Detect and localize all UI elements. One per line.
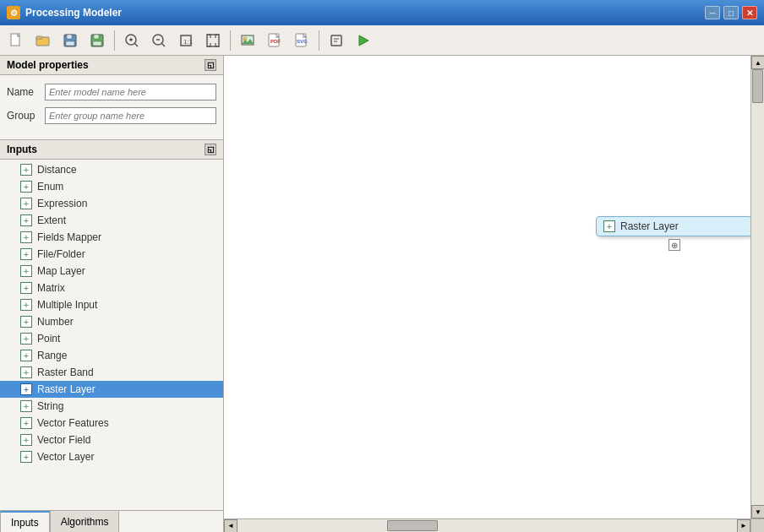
zoom-fit-button[interactable] [200,29,226,52]
input-item-expression[interactable]: +Expression [0,195,223,212]
run-button[interactable] [351,29,376,52]
input-item-point[interactable]: +Point [0,330,223,347]
raster-node-plus-icon: + [603,220,615,232]
plus-icon: + [20,164,32,176]
input-item-file-folder[interactable]: +File/Folder [0,246,223,263]
plus-icon: + [20,282,32,294]
plus-icon: + [20,383,32,395]
input-item-multiple-input[interactable]: +Multiple Input [0,296,223,313]
edit-button[interactable] [324,29,349,52]
scroll-right-arrow[interactable]: ► [737,519,750,533]
raster-layer-node[interactable]: + Raster Layer ⊕ [596,216,752,236]
scroll-v-track[interactable] [751,69,764,505]
minimize-button[interactable]: ─ [705,6,720,19]
svg-text:PDF: PDF [270,39,281,44]
save-button[interactable] [57,29,83,52]
model-properties-title: Model properties [7,59,89,71]
main-container: Model properties ◱ Name Group Inputs ◱ [0,56,764,532]
scroll-h-track[interactable] [237,519,737,532]
input-item-label: Point [37,333,60,345]
scroll-v-thumb[interactable] [752,69,763,103]
input-item-vector-field[interactable]: +Vector Field [0,432,223,448]
export-svg-button[interactable]: SVG [289,29,314,52]
zoom-out-button[interactable] [146,29,172,52]
export-pdf-button[interactable]: PDF [262,29,287,52]
input-item-vector-layer[interactable]: +Vector Layer [0,448,223,465]
inputs-section: Inputs ◱ +Distance+Enum+Expression+Exten… [0,140,223,510]
svg-line-12 [135,43,139,46]
svg-rect-5 [66,41,74,46]
input-item-extent[interactable]: +Extent [0,212,223,229]
maximize-button[interactable]: □ [723,6,739,19]
new-button[interactable] [3,29,29,52]
separator-3 [319,30,319,51]
plus-icon: + [20,299,32,311]
open-button[interactable] [30,29,56,52]
zoom-actual-button[interactable]: 1:1 [173,29,199,52]
tab-inputs[interactable]: Inputs [0,511,50,532]
close-button[interactable]: ✕ [742,6,757,19]
input-item-label: Raster Band [37,366,94,378]
window-title: Processing Modeler [25,7,705,19]
title-bar: ⚙ Processing Modeler ─ □ ✕ [0,0,764,25]
content-area: Model properties ◱ Name Group Inputs ◱ [0,56,764,532]
scroll-corner [750,518,764,532]
window-controls: ─ □ ✕ [705,6,757,19]
bottom-tabs: Inputs Algorithms [0,510,223,532]
input-item-string[interactable]: +String [0,398,223,415]
zoom-in-button[interactable] [119,29,145,52]
input-item-distance[interactable]: +Distance [0,161,223,178]
input-item-label: Matrix [37,282,65,294]
canvas-content: + Raster Layer ⊕ [224,56,750,518]
input-item-number[interactable]: +Number [0,313,223,330]
separator-2 [230,30,231,51]
plus-icon: + [20,231,32,243]
model-properties-float-btn[interactable]: ◱ [205,59,216,71]
inputs-list[interactable]: +Distance+Enum+Expression+Extent+Fields … [0,160,223,510]
input-item-label: Multiple Input [37,299,97,311]
scroll-h-thumb[interactable] [387,520,438,531]
input-item-fields-mapper[interactable]: +Fields Mapper [0,229,223,246]
input-item-raster-band[interactable]: +Raster Band [0,364,223,381]
input-item-label: String [37,400,63,412]
group-input[interactable] [45,107,216,124]
tab-algorithms[interactable]: Algorithms [50,511,120,532]
raster-node-expand-btn[interactable]: ⊕ [668,239,680,251]
input-item-label: Map Layer [37,265,85,277]
save-as-button[interactable] [85,29,110,52]
scroll-left-arrow[interactable]: ◄ [224,519,237,533]
name-label: Name [7,86,45,98]
raster-node-header: + Raster Layer [597,217,751,236]
input-item-raster-layer[interactable]: +Raster Layer [0,381,223,398]
name-input[interactable] [45,84,216,100]
separator-1 [114,30,115,51]
svg-line-15 [162,43,166,46]
input-item-enum[interactable]: +Enum [0,178,223,195]
svg-rect-2 [36,36,42,39]
export-image-button[interactable] [235,29,260,52]
input-item-label: Extent [37,214,66,226]
plus-icon: + [20,248,32,260]
svg-text:1:1: 1:1 [183,38,194,46]
input-item-map-layer[interactable]: +Map Layer [0,263,223,280]
input-item-label: Enum [37,181,63,193]
input-item-label: Raster Layer [37,383,96,395]
group-field-row: Group [7,107,216,124]
inputs-float-btn[interactable]: ◱ [205,144,216,155]
canvas-area[interactable]: + Raster Layer ⊕ ▲ ▼ ◄ [224,56,764,532]
plus-icon: + [20,316,32,328]
plus-icon: + [20,350,32,361]
input-item-label: Distance [37,164,77,176]
svg-text:SVG: SVG [297,39,308,44]
input-item-label: Vector Field [37,434,90,446]
inputs-header: Inputs ◱ [0,140,223,160]
scroll-up-arrow[interactable]: ▲ [751,56,764,69]
model-properties-header: Model properties ◱ [0,56,223,75]
scroll-down-arrow[interactable]: ▼ [751,505,764,518]
input-item-range[interactable]: +Range [0,347,223,364]
input-item-label: Fields Mapper [37,231,101,243]
input-item-vector-features[interactable]: +Vector Features [0,415,223,432]
plus-icon: + [20,181,32,193]
input-item-matrix[interactable]: +Matrix [0,280,223,296]
input-item-label: Expression [37,198,87,209]
